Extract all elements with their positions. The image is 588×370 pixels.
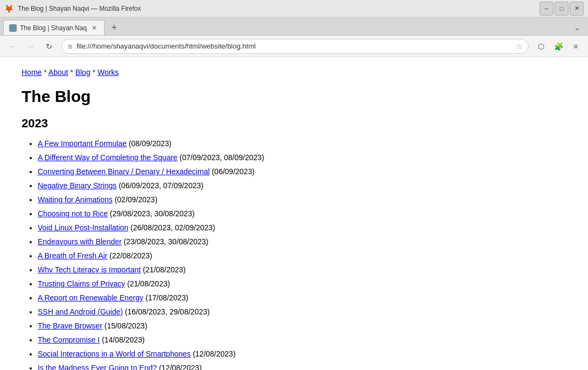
blog-post-link[interactable]: Negative Binary Strings <box>38 181 116 190</box>
blog-list-item: Why Tech Literacy is Important (21/08/20… <box>38 264 566 276</box>
blog-post-date: (06/09/2023) <box>210 167 254 176</box>
active-tab[interactable]: 🌐 The Blog | Shayan Naq ✕ <box>3 20 105 35</box>
blog-posts-list: A Few Important Formulae (08/09/2023)A D… <box>22 138 566 370</box>
tab-close-button[interactable]: ✕ <box>90 24 99 32</box>
blog-list-item: Choosing not to Rice (29/08/2023, 30/08/… <box>38 208 566 220</box>
blog-list-item: SSH and Android (Guide) (16/08/2023, 29/… <box>38 306 566 318</box>
pocket-button[interactable]: ⬡ <box>533 38 549 54</box>
blog-post-date: (14/08/2023) <box>100 335 144 344</box>
blog-list-item: Waiting for Animations (02/09/2023) <box>38 194 566 205</box>
blog-post-link[interactable]: Social Interactions in a World of Smartp… <box>38 350 191 358</box>
blog-list-item: Endeavours with Blender (23/08/2023, 30/… <box>38 236 566 248</box>
blog-post-link[interactable]: The Brave Browser <box>38 321 102 330</box>
blog-list-item: A Breath of Fresh Air (22/08/2023) <box>38 250 566 262</box>
breadcrumb-sep-1: * <box>44 68 49 77</box>
blog-list-item: A Report on Renewable Energy (17/08/2023… <box>38 292 566 304</box>
close-button[interactable]: ✕ <box>570 2 584 16</box>
blog-post-link[interactable]: A Breath of Fresh Air <box>38 251 107 260</box>
firefox-icon: 🦊 <box>4 4 13 13</box>
blog-post-link[interactable]: A Few Important Formulae <box>38 139 127 148</box>
breadcrumb-home-link[interactable]: Home <box>22 68 41 77</box>
title-bar-left: 🦊 The Blog | Shayan Naqvi — Mozilla Fire… <box>4 4 141 13</box>
window-controls: ─ □ ✕ <box>539 2 584 16</box>
blog-post-link[interactable]: A Report on Renewable Energy <box>38 293 143 302</box>
blog-post-date: (12/08/2023) <box>191 350 236 358</box>
menu-button[interactable]: ≡ <box>568 38 584 54</box>
blog-post-link[interactable]: A Different Way of Completing the Square <box>38 153 177 162</box>
blog-list-item: Trusting Claims of Privacy (21/08/2023) <box>38 278 566 290</box>
breadcrumb-about-link[interactable]: About <box>49 68 68 77</box>
blog-list-item: Is the Madness Ever Going to End? (12/08… <box>38 362 566 370</box>
blog-post-date: (21/08/2023) <box>141 265 185 274</box>
blog-post-link[interactable]: Converting Between Binary / Denary / Hex… <box>38 167 210 176</box>
address-bar-lock-icon: 🗎 <box>67 43 73 50</box>
blog-list-item: The Brave Browser (15/08/2023) <box>38 320 566 332</box>
blog-post-link[interactable]: Choosing not to Rice <box>38 209 108 218</box>
blog-post-link[interactable]: Is the Madness Ever Going to End? <box>38 364 157 370</box>
breadcrumb-blog-link[interactable]: Blog <box>75 68 91 77</box>
blog-list-item: The Compromise I (14/08/2023) <box>38 334 566 346</box>
blog-post-link[interactable]: Endeavours with Blender <box>38 237 122 246</box>
blog-post-link[interactable]: Trusting Claims of Privacy <box>38 279 125 288</box>
year-2023-heading: 2023 <box>22 117 566 131</box>
back-button[interactable]: ← <box>4 38 20 54</box>
blog-post-link[interactable]: SSH and Android (Guide) <box>38 307 123 316</box>
blog-post-date: (23/08/2023, 30/08/2023) <box>122 237 209 246</box>
maximize-button[interactable]: □ <box>555 2 569 16</box>
address-text: file:///home/shayanaqvi/documents/html/w… <box>77 42 513 50</box>
blog-post-date: (16/08/2023, 29/08/2023) <box>123 307 210 316</box>
address-bar[interactable]: 🗎 file:///home/shayanaqvi/documents/html… <box>61 39 529 54</box>
window-title: The Blog | Shayan Naqvi — Mozilla Firefo… <box>18 5 141 12</box>
blog-post-date: (08/09/2023) <box>127 139 171 148</box>
breadcrumb-sep-2: * <box>70 68 75 77</box>
nav-right-buttons: ⬡ 🧩 ≡ <box>533 38 584 54</box>
blog-post-link[interactable]: Void Linux Post-Installation <box>38 223 128 232</box>
blog-list-item: Converting Between Binary / Denary / Hex… <box>38 166 566 177</box>
reload-button[interactable]: ↻ <box>41 38 57 54</box>
blog-post-date: (15/08/2023) <box>102 321 147 330</box>
breadcrumb-works-link[interactable]: Works <box>98 68 119 77</box>
tab-favicon: 🌐 <box>9 24 17 32</box>
blog-list-item: Social Interactions in a World of Smartp… <box>38 348 566 360</box>
blog-post-date: (06/09/2023, 07/09/2023) <box>116 181 203 190</box>
blog-post-date: (02/09/2023) <box>113 195 157 204</box>
page-content: Home * About * Blog * Works The Blog 202… <box>0 57 588 370</box>
new-tab-button[interactable]: + <box>107 20 122 35</box>
blog-post-link[interactable]: The Compromise I <box>38 335 100 344</box>
breadcrumb: Home * About * Blog * Works <box>22 68 566 77</box>
blog-post-date: (12/08/2023) <box>157 364 202 370</box>
page-title: The Blog <box>22 87 566 106</box>
tab-bar: 🌐 The Blog | Shayan Naq ✕ + ⌄ <box>0 17 588 36</box>
blog-list-item: Void Linux Post-Installation (26/08/2023… <box>38 222 566 234</box>
bookmark-star-icon[interactable]: ☆ <box>516 42 523 51</box>
title-bar: 🦊 The Blog | Shayan Naqvi — Mozilla Fire… <box>0 0 588 17</box>
extensions-button[interactable]: 🧩 <box>550 38 566 54</box>
tab-menu-button[interactable]: ⌄ <box>570 20 585 35</box>
blog-post-date: (21/08/2023) <box>125 279 170 288</box>
blog-post-date: (29/08/2023, 30/08/2023) <box>108 209 195 218</box>
blog-post-date: (17/08/2023) <box>143 293 188 302</box>
blog-list-item: Negative Binary Strings (06/09/2023, 07/… <box>38 180 566 191</box>
breadcrumb-sep-3: * <box>93 68 98 77</box>
tab-title: The Blog | Shayan Naq <box>20 24 87 32</box>
forward-button[interactable]: → <box>23 38 39 54</box>
blog-post-date: (22/08/2023) <box>107 251 152 260</box>
blog-post-date: (07/09/2023, 08/09/2023) <box>177 153 264 162</box>
blog-post-date: (26/08/2023, 02/09/2023) <box>128 223 215 232</box>
blog-list-item: A Different Way of Completing the Square… <box>38 152 566 163</box>
blog-post-link[interactable]: Why Tech Literacy is Important <box>38 265 141 274</box>
blog-post-link[interactable]: Waiting for Animations <box>38 195 113 204</box>
nav-bar: ← → ↻ 🗎 file:///home/shayanaqvi/document… <box>0 36 588 57</box>
minimize-button[interactable]: ─ <box>539 2 554 16</box>
blog-list-item: A Few Important Formulae (08/09/2023) <box>38 138 566 149</box>
